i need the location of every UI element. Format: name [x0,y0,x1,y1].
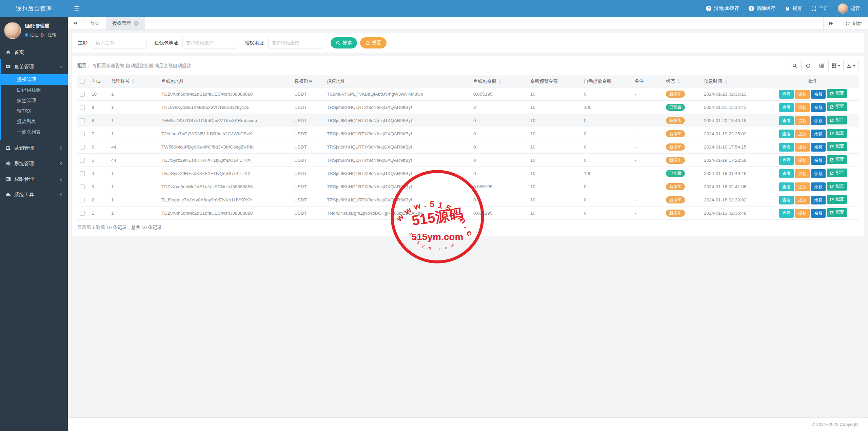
view-button[interactable]: 查看 [779,156,794,165]
tab-home[interactable]: 首页 [83,17,106,30]
balance-button[interactable]: 余额 [811,156,826,165]
cell-agent-account: 1 [108,87,159,101]
sidebar-item-system-tools[interactable]: 系统工具 [0,187,68,202]
table-columns-button[interactable] [828,60,844,71]
row-checkbox[interactable] [80,184,85,189]
config-button[interactable]: 配置 [827,169,847,177]
row-checkbox[interactable] [80,92,85,97]
tab-auth-management[interactable]: 授权管理 × [106,17,145,30]
nav-item-clear-cache[interactable]: ?清除缓存 [749,5,775,12]
withdraw-button[interactable]: 提款 [795,169,810,178]
sidebar-item-mnemonic-private-key[interactable]: 助记词私钥 [0,85,68,95]
column-header-状态[interactable]: 状态 [663,75,701,87]
view-button[interactable]: 查看 [779,90,794,99]
row-checkbox[interactable] [80,132,85,136]
table-refresh-button[interactable] [801,60,815,71]
sidebar-item-onewave-kill-list[interactable]: 一波杀列表 [0,127,68,137]
column-header-代理账号[interactable]: 代理账号 [108,75,159,87]
logout-link[interactable]: 注销 [47,32,56,38]
fish-wallet-address-input[interactable] [182,38,237,48]
view-button[interactable]: 查看 [779,116,794,125]
column-header-创建时间[interactable]: 创建时间 [701,75,768,87]
view-button[interactable]: 查看 [779,209,794,218]
sidebar-item-multisig-management[interactable]: 多签管理 [0,95,68,106]
nav-item-admin-user[interactable]: 超管 [838,3,860,14]
config-button[interactable]: 配置 [827,102,847,111]
config-button[interactable]: 配置 [827,142,847,151]
config-button[interactable]: 配置 [827,195,847,204]
balance-button[interactable]: 余额 [811,169,826,178]
column-header-鱼钱包余额[interactable]: 鱼钱包余额 [471,75,528,87]
sidebar-item-withdraw-list[interactable]: 提款列表 [0,116,68,127]
sidebar-item-permission-management[interactable]: 权限管理 [0,171,68,187]
balance-button[interactable]: 余额 [811,143,826,152]
row-checkbox[interactable] [80,105,85,110]
copyright-text: © 2021~2022 Copyright [812,422,859,427]
tabs-scroll-right-button[interactable] [823,17,839,30]
tab-close-icon[interactable]: × [134,21,139,26]
view-button[interactable]: 查看 [779,169,794,178]
sidebar-item-system-management[interactable]: 系统管理 [0,156,68,171]
withdraw-button[interactable]: 提款 [795,90,810,99]
row-checkbox[interactable] [80,118,85,123]
row-checkbox[interactable] [80,145,85,150]
withdraw-button[interactable]: 提款 [795,182,810,191]
view-button[interactable]: 查看 [779,130,794,138]
table-detail-view-button[interactable] [815,60,829,71]
nav-item-clear-job-cache[interactable]: ?清除job缓存 [706,5,739,12]
config-button[interactable]: 配置 [827,89,847,98]
row-checkbox[interactable] [80,198,85,202]
reset-button[interactable]: 重置 [360,37,387,48]
nav-item-lock-screen[interactable]: 锁屏 [785,5,802,12]
balance-button[interactable]: 余额 [811,90,826,99]
withdraw-button[interactable]: 提款 [795,130,810,138]
main-id-input[interactable] [92,38,147,48]
balance-button[interactable]: 余额 [811,130,826,138]
withdraw-button[interactable]: 提款 [795,209,810,218]
balance-button[interactable]: 余额 [811,103,826,112]
select-all-checkbox[interactable] [80,79,85,84]
config-button[interactable]: 配置 [827,155,847,164]
nav-item-fullscreen[interactable]: 全屏 [811,5,828,12]
withdraw-button[interactable]: 提款 [795,196,810,204]
cell-auto-withdraw-amount: 0 [581,154,632,167]
row-checkbox[interactable] [80,211,85,216]
table-export-button[interactable] [843,60,859,71]
cell-created-time: 2024-01-16 02:41:06 [701,180,768,193]
sidebar-item-transfer-trx[interactable]: 转TRX [0,106,68,116]
view-button[interactable]: 查看 [779,143,794,152]
withdraw-button[interactable]: 提款 [795,103,810,112]
config-button[interactable]: 配置 [827,208,847,217]
auth-address-input[interactable] [268,38,323,48]
view-button[interactable]: 查看 [779,103,794,112]
balance-button[interactable]: 余额 [811,116,826,125]
balance-button[interactable]: 余额 [811,182,826,191]
row-checkbox[interactable] [80,158,85,163]
config-button[interactable]: 配置 [827,129,847,138]
withdraw-button[interactable]: 提款 [795,156,810,165]
sidebar-item-auth-management[interactable]: 授权管理 [0,74,68,85]
table-search-button[interactable] [788,60,802,71]
column-header-备注: 备注 [632,75,663,87]
row-checkbox[interactable] [80,171,85,176]
withdraw-button[interactable]: 提款 [795,143,810,152]
select-all-header[interactable] [77,75,89,87]
cell-main-id: 1 [89,207,108,220]
search-button[interactable]: 搜索 [331,37,357,48]
sidebar-item-marketing-management[interactable]: 营销管理 [0,140,68,156]
withdraw-button[interactable]: 提款 [795,116,810,125]
action-button-label: 提款 [798,197,807,203]
balance-button[interactable]: 余额 [811,209,826,218]
sidebar-item-home[interactable]: 首页 [0,45,68,59]
sidebar-toggle-icon[interactable]: ☰ [74,5,79,12]
cell-actions: 查看提款余额配置 [768,114,859,127]
sidebar-item-fish-management[interactable]: 鱼苗管理 [0,59,68,74]
view-button[interactable]: 查看 [779,182,794,191]
tabs-scroll-left-button[interactable] [68,17,83,30]
config-button[interactable]: 配置 [827,116,847,124]
config-button[interactable]: 配置 [827,182,847,191]
tab-refresh-button[interactable]: 刷新 [839,17,868,30]
view-button[interactable]: 查看 [779,196,794,204]
cell-status: 新添加 [663,193,701,207]
balance-button[interactable]: 余额 [811,196,826,204]
